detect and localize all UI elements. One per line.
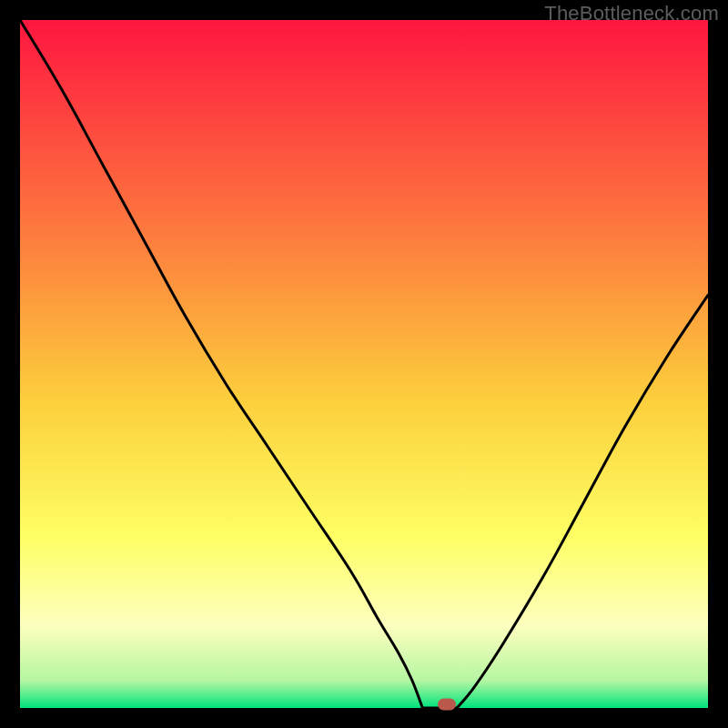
- gradient-background: [20, 20, 708, 708]
- plot-area: [20, 20, 708, 708]
- chart-frame: TheBottleneck.com: [0, 0, 728, 728]
- optimum-marker: [438, 699, 456, 711]
- bottleneck-chart: [20, 20, 708, 708]
- watermark-text: TheBottleneck.com: [544, 2, 719, 25]
